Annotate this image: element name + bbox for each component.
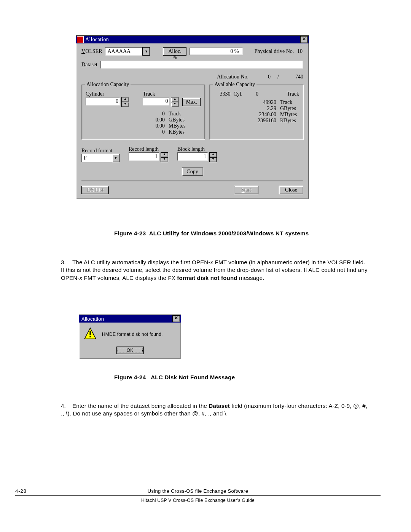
record-format-dropdown[interactable]: F ▼ <box>81 154 119 162</box>
phys-drive-label: Physical drive No. <box>254 48 294 54</box>
avail-val-3: 2396160 <box>213 118 276 124</box>
avail-cyl-track-value: 0 <box>245 91 258 97</box>
record-length-stepper[interactable]: 1 ▲ ▼ <box>129 152 168 162</box>
cap-val-2: 0.00 <box>143 123 165 129</box>
page-footer: 4-28 Using the Cross-OS file Exchange So… <box>15 488 381 503</box>
warning-icon <box>84 327 97 341</box>
track-label: Track <box>143 91 201 97</box>
alloc-pct-button[interactable]: Alloc. % <box>163 47 186 56</box>
avail-unit-2: MBytes <box>280 112 299 118</box>
figure-4-24-caption: Figure 4-24 ALC Disk Not Found Message <box>114 374 235 380</box>
group-available-capacity: Available Capacity 3330 Cyl. 0 Track 499… <box>209 85 303 139</box>
paragraph-4: 4.Enter the name of the dataset being al… <box>61 402 369 418</box>
close-icon[interactable]: ✕ <box>172 315 180 322</box>
avail-val-2: 2340.00 <box>213 112 276 118</box>
block-length-label: Block length <box>177 146 217 152</box>
paragraph-3: 3.The ALC utility automatically displays… <box>61 259 369 282</box>
avail-cyl-label: Cyl. <box>233 91 242 97</box>
alloc-no-sep: / <box>277 74 279 80</box>
volser-label: VOLSER <box>81 48 102 54</box>
track-value[interactable]: 0 <box>143 97 169 105</box>
allocation-titlebar: Allocation ✕ <box>76 36 309 43</box>
alloc-cap-legend: Allocation Capacity <box>85 81 131 88</box>
arrow-down-icon[interactable]: ▼ <box>121 102 129 107</box>
arrow-up-icon[interactable]: ▲ <box>171 97 178 102</box>
group-allocation-capacity: Allocation Capacity Cylinder 0 ▲ ▼ <box>81 85 205 139</box>
avail-cap-legend: Available Capacity <box>213 81 256 88</box>
svg-rect-2 <box>89 336 91 337</box>
dataset-label: Dataset <box>81 62 97 68</box>
cylinder-label: Cylinder <box>86 91 131 97</box>
window-title: Allocation <box>85 37 300 43</box>
avail-unit-1: GBytes <box>280 105 299 112</box>
app-icon <box>77 36 84 43</box>
cap-val-1: 0.00 <box>143 117 165 123</box>
cap-unit-2: MBytes <box>169 123 185 129</box>
avail-unit-0: Track <box>280 99 299 105</box>
arrow-up-icon[interactable]: ▲ <box>121 97 129 102</box>
allocation-window: Allocation ✕ VOLSER AAAAAA ▼ Alloc. % 0 … <box>76 35 309 199</box>
cap-unit-3: KBytes <box>169 129 185 135</box>
alloc-no-total: 740 <box>286 74 303 80</box>
cap-val-0: 0 <box>143 111 165 117</box>
cap-val-3: 0 <box>143 129 165 135</box>
arrow-up-icon[interactable]: ▲ <box>209 152 217 157</box>
arrow-up-icon[interactable]: ▲ <box>161 152 168 157</box>
alloc-pct-field: 0 % <box>190 48 243 55</box>
avail-val-0: 49920 <box>213 99 276 105</box>
msgbox-title: Allocation <box>80 316 172 322</box>
record-format-label: Record format <box>81 148 119 154</box>
volser-dropdown[interactable]: AAAAAA ▼ <box>105 47 150 56</box>
arrow-down-icon[interactable]: ▼ <box>171 102 178 107</box>
arrow-down-icon[interactable]: ▼ <box>161 157 168 162</box>
phys-drive-value: 10 <box>297 48 303 54</box>
start-button[interactable]: Start <box>234 186 258 194</box>
cylinder-value[interactable]: 0 <box>86 97 120 105</box>
cap-unit-1: GBytes <box>169 117 185 123</box>
block-length-stepper[interactable]: 1 ▲ ▼ <box>177 152 217 162</box>
svg-rect-1 <box>89 331 91 335</box>
close-button[interactable]: Close <box>279 186 303 194</box>
divider <box>81 181 303 181</box>
ok-button[interactable]: OK <box>116 347 144 354</box>
record-format-value: F <box>81 154 112 162</box>
chevron-down-icon[interactable]: ▼ <box>112 154 119 162</box>
dataset-input[interactable] <box>100 61 303 69</box>
footer-doc-title: Hitachi USP V Cross-OS File Exchange Use… <box>15 496 381 503</box>
avail-unit-3: KBytes <box>280 118 299 124</box>
avail-val-1: 2.29 <box>213 105 276 112</box>
cylinder-stepper[interactable]: 0 ▲ ▼ <box>86 97 129 107</box>
alloc-no-value: 0 <box>255 74 271 80</box>
alloc-no-label: Allocation No. <box>217 74 249 80</box>
max-button[interactable]: Max. <box>182 98 201 106</box>
allocation-msgbox: Allocation ✕ HMDE format disk not found.… <box>79 315 181 359</box>
avail-cyl-track-label: Track <box>287 91 299 97</box>
volser-value: AAAAAA <box>105 47 142 56</box>
chevron-down-icon[interactable]: ▼ <box>142 47 150 56</box>
record-length-label: Record length <box>129 146 168 152</box>
msgbox-text: HMDE format disk not found. <box>102 332 162 337</box>
close-icon[interactable]: ✕ <box>300 36 308 43</box>
block-length-value[interactable]: 1 <box>177 152 208 161</box>
track-stepper[interactable]: 0 ▲ ▼ <box>143 97 178 107</box>
arrow-down-icon[interactable]: ▼ <box>209 157 217 162</box>
cap-unit-0: Track <box>169 111 181 117</box>
avail-cyl-value: 3330 <box>213 91 230 97</box>
page-number: 4-28 <box>15 488 46 494</box>
msgbox-titlebar: Allocation ✕ <box>79 315 181 323</box>
footer-section-title: Using the Cross-OS file Exchange Softwar… <box>46 488 350 494</box>
figure-4-23-caption: Figure 4-23 ALC Utility for Windows 2000… <box>114 230 316 236</box>
copy-button[interactable]: Copy <box>182 168 203 176</box>
record-length-value[interactable]: 1 <box>129 152 159 161</box>
dslist-button[interactable]: DS List <box>81 186 109 194</box>
